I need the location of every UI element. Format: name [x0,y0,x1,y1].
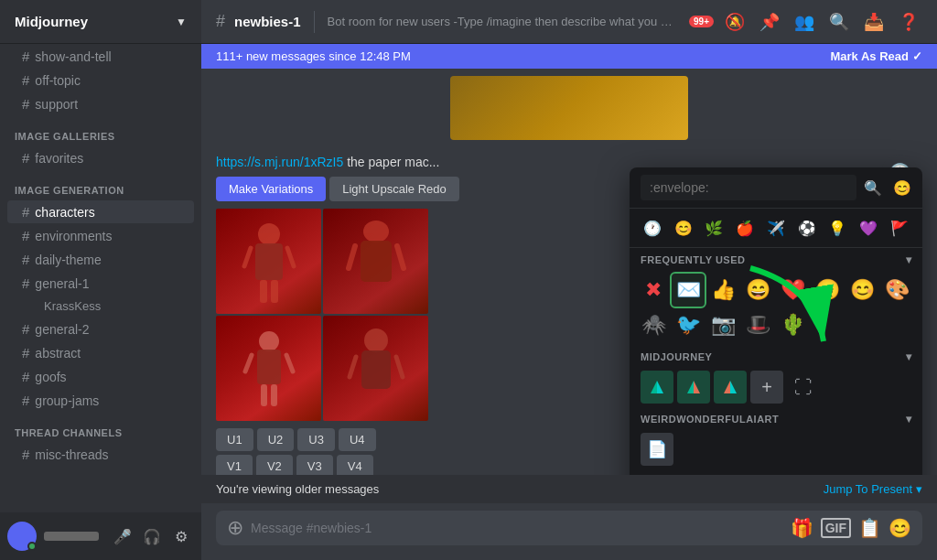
emoji-bird[interactable]: 🐦 [672,308,705,341]
sidebar-item-show-and-tell[interactable]: # show-and-tell [7,45,194,68]
emoji-frequently-used-label: FREQUENTLY USED ▾ [630,248,922,270]
chat-input[interactable] [251,511,783,545]
emoji-nav-activities[interactable]: ⚽ [793,214,821,242]
emoji-add-button[interactable]: + [750,371,783,404]
emoji-nav-flags[interactable]: 🚩 [886,214,913,242]
u3-button[interactable]: U3 [297,428,335,451]
sidebar-item-misc-threads[interactable]: # misc-threads [7,443,194,466]
make-variations-button[interactable]: Make Variations [216,177,326,201]
svg-rect-4 [260,280,267,303]
deafen-button[interactable]: 🎧 [139,523,165,549]
image-1 [216,209,321,314]
top-image-preview [201,76,937,140]
emoji-x[interactable]: ✖ [637,274,670,307]
image-cell-4[interactable] [323,316,428,421]
emoji-grin[interactable]: 😄 [741,274,774,307]
sidebar-item-general-2[interactable]: # general-2 [7,318,194,340]
image-cell-2[interactable] [323,209,428,314]
emoji-icon[interactable]: 😊 [889,517,911,539]
emoji-mj-expand[interactable]: ⛶ [787,371,820,404]
v4-button[interactable]: V4 [337,455,373,475]
chat-input-area: ⊕ 🎁 GIF 📋 😊 [201,503,937,560]
online-status-indicator [27,542,37,551]
u1-button[interactable]: U1 [216,428,253,451]
sidebar-item-daily-theme[interactable]: # daily-theme [7,248,194,271]
pin-button[interactable]: 📌 [756,8,783,36]
emoji-cactus[interactable]: 🌵 [776,308,809,341]
gif-icon[interactable]: GIF [821,518,851,538]
chat-add-button[interactable]: ⊕ [227,516,243,540]
settings-button[interactable]: ⚙ [168,523,194,549]
u4-button[interactable]: U4 [339,428,376,451]
emoji-mj-2[interactable] [677,371,710,404]
emoji-nav-people[interactable]: 😊 [670,214,697,242]
svg-rect-14 [261,384,267,406]
section-image-generation[interactable]: IMAGE GENERATION [0,170,201,199]
older-messages-bar[interactable]: You're viewing older messages Jump To Pr… [201,475,937,503]
sidebar-item-general-1[interactable]: # general-1 [7,272,194,295]
file-icon[interactable]: 📋 [858,517,881,539]
mark-as-read-button[interactable]: Mark As Read ✓ [831,49,923,63]
gift-icon[interactable]: 🎁 [791,517,813,539]
emoji-nav-recent[interactable]: 🕐 [639,214,666,242]
emoji-angry[interactable]: 😠 [811,274,844,307]
sidebar-item-goofs[interactable]: # goofs [7,365,194,388]
emoji-frequently-used-grid: ✖ ✉️ 👍 😄 ❤️ 😠 😊 🎨 🕷️ [630,270,922,345]
midjourney-chevron[interactable]: ▾ [906,350,912,363]
frequently-used-chevron[interactable]: ▾ [906,253,912,266]
inbox-button[interactable]: 📥 [860,8,888,36]
emoji-nav-nature[interactable]: 🌿 [700,214,727,242]
image-cell-3[interactable] [216,316,321,421]
emoji-smile[interactable]: 😊 [845,274,878,307]
image-cell-1[interactable] [216,209,321,314]
sidebar-item-favorites[interactable]: # favorites [7,146,194,169]
emoji-tophat[interactable]: 🎩 [741,308,774,341]
emoji-heart[interactable]: ❤️ [776,274,809,307]
emoji-mj-1[interactable] [641,371,673,404]
v2-button[interactable]: V2 [256,455,293,475]
sidebar-item-krasskess[interactable]: KrassKess [7,296,194,317]
emoji-smile-icon[interactable]: 😊 [893,179,911,197]
image-2 [323,209,428,314]
members-button[interactable]: 👥 [791,8,818,36]
emoji-search-input[interactable] [641,175,856,200]
section-image-galleries[interactable]: IMAGE GALLERIES [0,116,201,145]
weirdwonderful-chevron[interactable]: ▾ [906,413,912,425]
server-header[interactable]: Midjourney ▼ [0,0,201,44]
image-4 [323,316,428,421]
sidebar-item-characters[interactable]: # characters [7,200,194,223]
sidebar-item-off-topic[interactable]: # off-topic [7,69,194,92]
emoji-nav-symbols[interactable]: 💜 [855,214,882,242]
messages-area[interactable]: https://s.mj.run/1xRzI5 the paper mac...… [201,69,937,475]
emoji-midjourney-label: MIDJOURNEY ▾ [630,345,922,367]
emoji-camera[interactable]: 📷 [706,308,739,341]
section-thread-channels[interactable]: THREAD CHANNELS [0,413,201,442]
emoji-nav-objects[interactable]: 💡 [824,214,851,242]
v3-button[interactable]: V3 [296,455,333,475]
light-upscale-redo-button[interactable]: Light Upscale Redo [329,177,458,201]
hash-icon: # [22,369,29,384]
mute-button[interactable]: 🎤 [110,523,135,549]
emoji-ww-1[interactable]: 📄 [641,433,673,466]
emoji-thumbs-up[interactable]: 👍 [706,274,739,307]
emoji-spider[interactable]: 🕷️ [637,308,670,341]
emoji-nav-travel[interactable]: ✈️ [762,214,790,242]
sidebar-item-support[interactable]: # support [7,92,194,115]
v1-button[interactable]: V1 [216,455,253,475]
sidebar-item-abstract[interactable]: # abstract [7,341,194,364]
new-messages-bar[interactable]: 111+ new messages since 12:48 PM Mark As… [201,44,937,69]
emoji-art[interactable]: 🎨 [880,274,913,307]
channel-header-name: newbies-1 [234,14,301,29]
sidebar-item-environments[interactable]: # environments [7,224,194,247]
search-button[interactable]: 🔍 [825,8,853,36]
hash-icon: # [22,150,29,166]
bell-off-button[interactable]: 🔕 [721,8,749,36]
svg-rect-7 [361,241,392,282]
u2-button[interactable]: U2 [257,428,295,451]
jump-to-present-button[interactable]: Jump To Present ▾ [824,482,922,496]
emoji-mj-3[interactable] [714,371,747,404]
emoji-nav-food[interactable]: 🍎 [731,214,759,242]
emoji-envelope[interactable]: ✉️ [672,274,705,307]
sidebar-item-group-jams[interactable]: # group-jams [7,389,194,412]
help-button[interactable]: ❓ [895,8,922,36]
